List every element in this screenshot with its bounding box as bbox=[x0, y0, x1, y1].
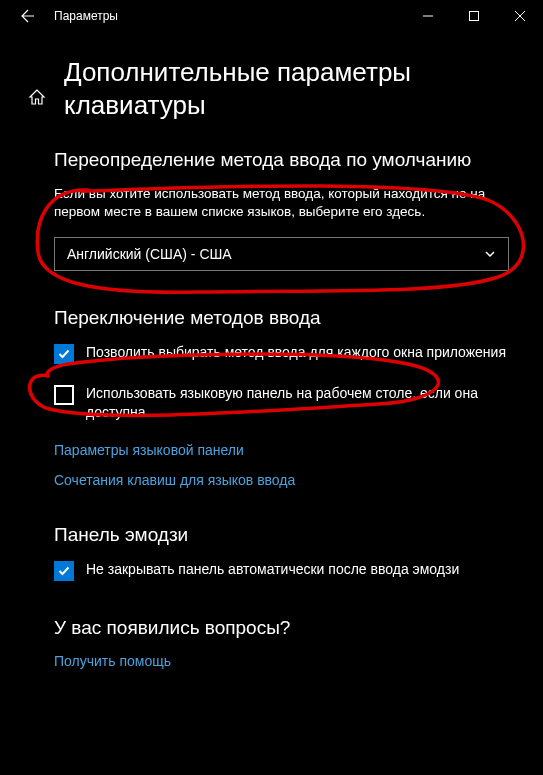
svg-rect-1 bbox=[470, 12, 479, 21]
maximize-button[interactable] bbox=[451, 0, 497, 32]
minimize-icon bbox=[423, 11, 433, 21]
close-button[interactable] bbox=[497, 0, 543, 32]
section-heading-emoji: Панель эмодзи bbox=[54, 524, 509, 546]
page-title: Дополнительные параметры клавиатуры bbox=[64, 56, 519, 121]
arrow-left-icon bbox=[20, 8, 36, 24]
section-help: У вас появились вопросы? Получить помощь bbox=[24, 617, 519, 669]
link-get-help[interactable]: Получить помощь bbox=[54, 653, 509, 669]
page-header: Дополнительные параметры клавиатуры bbox=[24, 56, 519, 121]
section-heading-switching: Переключение методов ввода bbox=[54, 307, 509, 329]
section-emoji: Панель эмодзи Не закрывать панель автома… bbox=[24, 524, 519, 581]
section-heading-override: Переопределение метода ввода по умолчани… bbox=[54, 149, 509, 171]
maximize-icon bbox=[469, 11, 479, 21]
checkbox-emoji-panel[interactable]: Не закрывать панель автоматически после … bbox=[54, 560, 509, 581]
home-icon bbox=[28, 88, 46, 106]
back-button[interactable] bbox=[8, 0, 48, 32]
titlebar: Параметры bbox=[0, 0, 543, 32]
link-language-bar-params[interactable]: Параметры языковой панели bbox=[54, 442, 509, 458]
annotation-circle-dropdown bbox=[28, 182, 533, 302]
checkbox-label: Не закрывать панель автоматически после … bbox=[86, 560, 459, 579]
window-controls bbox=[405, 0, 543, 32]
checkbox-icon bbox=[54, 561, 74, 581]
link-hotkeys[interactable]: Сочетания клавиш для языков ввода bbox=[54, 472, 509, 488]
window-title: Параметры bbox=[48, 9, 405, 23]
annotation-circle-checkbox bbox=[18, 350, 458, 420]
section-heading-help: У вас появились вопросы? bbox=[54, 617, 509, 639]
minimize-button[interactable] bbox=[405, 0, 451, 32]
home-button[interactable] bbox=[28, 88, 46, 109]
checkmark-icon bbox=[57, 564, 71, 578]
close-icon bbox=[515, 11, 525, 21]
